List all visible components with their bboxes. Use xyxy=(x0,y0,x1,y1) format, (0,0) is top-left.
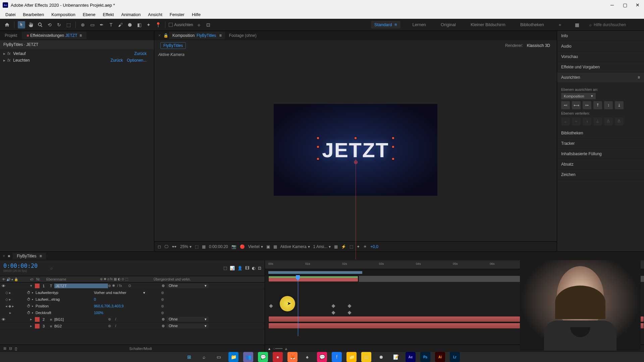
options-link[interactable]: Optionen... xyxy=(127,58,147,63)
brush-tool-icon[interactable]: 🖌 xyxy=(117,21,124,28)
playhead[interactable] xyxy=(298,276,298,336)
minimize-icon[interactable]: ─ xyxy=(610,3,614,7)
pickwhip-icon[interactable]: ⊚ xyxy=(162,324,165,328)
rect-tool-icon[interactable]: ▭ xyxy=(89,21,96,28)
layer-row-3[interactable]: ▸ 3 ■ BG2 ⊛ / ⊚Ohne▾ xyxy=(0,323,265,329)
eraser-tool-icon[interactable]: ◧ xyxy=(136,21,143,28)
pickwhip-icon[interactable]: ⊚ xyxy=(162,284,165,288)
effect-verlauf[interactable]: ▸fx Verlauf Zurück xyxy=(0,50,154,57)
whatsapp-icon[interactable]: 💬 xyxy=(258,352,268,362)
menu-fenster[interactable]: Fenster xyxy=(166,11,188,18)
ps-taskbar-icon[interactable]: Ps xyxy=(420,352,430,362)
files-icon[interactable]: 📁 xyxy=(346,352,357,362)
panel-absatz[interactable]: Absatz xyxy=(557,159,644,170)
align-bottom-icon[interactable]: ⤓ xyxy=(615,101,624,109)
toggle-switches-icon[interactable]: ⊞ xyxy=(3,346,6,351)
tl-shy-icon[interactable]: 👤 xyxy=(237,266,243,270)
rotation-tool-icon[interactable]: ↻ xyxy=(55,21,63,28)
app3-icon[interactable]: 🗂 xyxy=(361,352,371,362)
roi-icon[interactable]: ▣ xyxy=(266,244,270,249)
layer-row-2[interactable]: 👁 ▸ 2 ■ [BG1] ⊛ / ⊚Ohne▾ xyxy=(0,316,265,323)
zoom-tool-icon[interactable] xyxy=(37,21,44,28)
ausrichten-check[interactable]: Ausrichten xyxy=(169,22,193,27)
resolution-dropdown[interactable]: Viertel ▾ xyxy=(248,244,263,249)
align-vcenter-icon[interactable]: ↕ xyxy=(604,101,613,109)
zoom-slider[interactable]: ○━━━ xyxy=(273,346,282,351)
menu-bearbeiten[interactable]: Bearbeiten xyxy=(19,11,47,18)
panel-info[interactable]: Info xyxy=(557,31,644,41)
snap-icon[interactable]: ⟐ xyxy=(195,21,203,28)
grid-icon[interactable]: ▦ xyxy=(202,244,206,249)
screen-icon[interactable]: 🖵 xyxy=(164,244,168,249)
lock-icon[interactable]: 🔒 xyxy=(163,33,168,38)
glasses-icon[interactable]: 👓 xyxy=(172,244,177,249)
tl-lock-icon[interactable]: ■ xyxy=(8,254,10,258)
hand-tool-icon[interactable] xyxy=(27,21,35,28)
camera-tool-icon[interactable]: ⬚ xyxy=(65,21,72,28)
tab-footage[interactable]: Footage (ohne) xyxy=(226,32,260,39)
teams-icon[interactable]: 👥 xyxy=(243,352,253,362)
parent-dropdown[interactable]: Ohne▾ xyxy=(167,317,209,322)
snap2-icon[interactable]: ⊡ xyxy=(205,21,212,28)
stamp-tool-icon[interactable]: ⬢ xyxy=(126,21,133,28)
pen-tool-icon[interactable]: ✒ xyxy=(98,21,105,28)
pickwhip-icon[interactable]: ⊚ xyxy=(162,317,165,321)
frame-blend-icon[interactable]: ⊟ xyxy=(9,346,12,351)
app2-icon[interactable]: ♠ xyxy=(302,352,312,362)
reset-link[interactable]: Zurück xyxy=(134,51,147,56)
menu-effekt[interactable]: Effekt xyxy=(99,11,117,18)
app-icon[interactable]: ● xyxy=(273,352,283,362)
home-icon[interactable] xyxy=(3,21,11,28)
zoom-dropdown[interactable]: 25% ▾ xyxy=(180,244,192,249)
orbit-tool-icon[interactable]: ⟲ xyxy=(46,21,53,28)
switches-modes-toggle[interactable]: Schalter/Modi xyxy=(20,347,261,351)
align-right-icon[interactable]: ⤠ xyxy=(583,101,591,109)
facebook-icon[interactable]: f xyxy=(332,352,342,362)
timeline-tab[interactable]: FlyByTitles ≡ xyxy=(13,253,46,259)
taskview-icon[interactable]: ▭ xyxy=(214,352,224,362)
ws-grid-icon[interactable]: ▦ xyxy=(573,21,581,28)
layer-color[interactable] xyxy=(35,324,40,328)
align-left-icon[interactable]: ⤟ xyxy=(561,101,570,109)
fast-icon[interactable]: ⚡ xyxy=(341,244,346,249)
anchor-tool-icon[interactable]: ⊕ xyxy=(79,21,87,28)
timecode-display[interactable]: 0:00:00:20 xyxy=(209,244,228,249)
mask-icon[interactable]: ◻ xyxy=(158,244,161,249)
selection-tool-icon[interactable] xyxy=(18,21,25,28)
3d-icon[interactable]: ⬚ xyxy=(350,244,353,249)
moblur-icon[interactable]: {} xyxy=(15,347,17,351)
ws-original[interactable]: Original xyxy=(438,21,459,28)
menu-komposition[interactable]: Komposition xyxy=(48,11,79,18)
puppet-tool-icon[interactable]: 📍 xyxy=(154,21,162,28)
panel-bibliotheken[interactable]: Bibliotheken xyxy=(557,128,644,138)
tl-brain-icon[interactable]: ⊡ xyxy=(258,266,261,270)
tl-frame-icon[interactable]: 🎞 xyxy=(245,266,249,270)
tab-composition[interactable]: Komposition FlyByTitles ≡ xyxy=(169,32,225,39)
layer-color[interactable] xyxy=(35,284,40,288)
firefox-icon[interactable]: 🦊 xyxy=(287,352,298,362)
composition-viewer[interactable]: JETZT ⊕ xyxy=(154,58,557,241)
zoom-in-icon[interactable]: ▵ xyxy=(285,346,287,351)
ws-bibliotheken[interactable]: Bibliotheken xyxy=(518,21,547,28)
tab-effekteinstellungen[interactable]: ■ Effekteinstellungen JETZT ≡ xyxy=(22,32,87,39)
breadcrumb[interactable]: FlyByTitles xyxy=(160,42,186,49)
zoom-out-icon[interactable]: ▴ xyxy=(268,346,270,351)
camera-dropdown[interactable]: Aktive Kamera ▾ xyxy=(280,244,310,249)
tab-projekt[interactable]: Projekt xyxy=(0,32,22,39)
prop-laufweitentyp[interactable]: ◇ ▸ ⏱ ▸Laufweitentyp Vorher und nachher▾… xyxy=(0,289,265,296)
ws-overflow-icon[interactable]: » xyxy=(556,21,564,28)
transparency-icon[interactable]: ▦ xyxy=(273,244,277,249)
panel-vorschau[interactable]: Vorschau xyxy=(557,52,644,62)
menu-hilfe[interactable]: Hilfe xyxy=(189,11,204,18)
res-full-icon[interactable]: ⬚ xyxy=(195,244,199,249)
exposure-reset-icon[interactable]: ☀ xyxy=(363,244,367,249)
ws-standard[interactable]: Standard ≡ xyxy=(371,21,400,28)
ai-taskbar-icon[interactable]: Ai xyxy=(435,352,445,362)
menu-ebene[interactable]: Ebene xyxy=(79,11,99,18)
windows-start-icon[interactable]: ⊞ xyxy=(184,352,194,362)
panel-ausrichten[interactable]: Ausrichten≡ xyxy=(557,72,644,83)
effect-leuchten[interactable]: ▸fx Leuchten Zurück Optionen... xyxy=(0,57,154,64)
panel-audio[interactable]: Audio xyxy=(557,41,644,52)
search-taskbar-icon[interactable]: ⌕ xyxy=(199,352,209,362)
layer-row-1[interactable]: 👁 ▾ 1 T JETZT ⊛ ✱ / fx ⊙ ⊚Ohne▾ xyxy=(0,283,265,289)
